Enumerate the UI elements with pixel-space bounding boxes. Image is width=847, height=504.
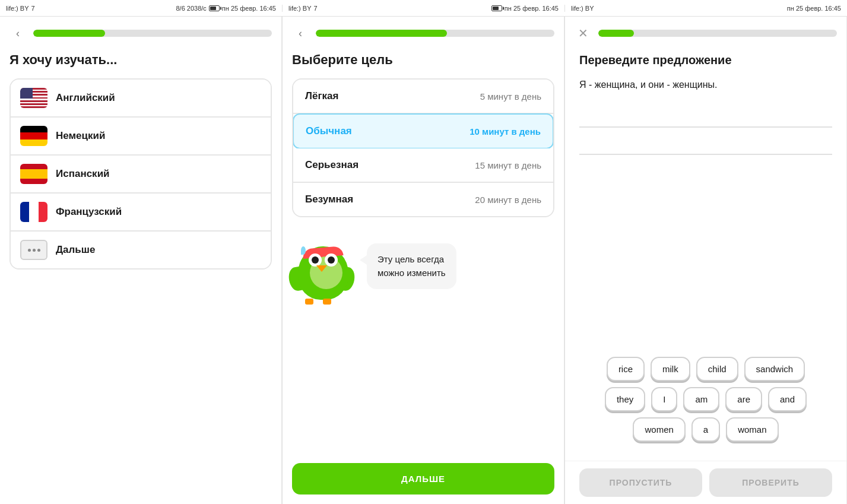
word-chip-are[interactable]: are — [725, 387, 762, 411]
language-name-english: Английский — [56, 92, 115, 104]
speech-bubble: Эту цель всегдаможно изменить — [367, 243, 456, 289]
progress-fill-3 — [598, 30, 634, 37]
status-right-panel: life:) BY пн 25 февр. 16:45 — [565, 5, 847, 12]
app-name-1: life:) BY — [6, 5, 29, 12]
source-sentence: Я - женщина, и они - женщины. — [579, 78, 832, 92]
exercise-title: Переведите предложение — [579, 53, 832, 67]
language-item-more[interactable]: Дальше — [11, 232, 271, 268]
goal-item-normal[interactable]: Обычная 10 минут в день — [293, 113, 554, 149]
goal-time-normal: 10 минут в день — [470, 126, 541, 137]
goal-item-easy[interactable]: Лёгкая 5 минут в день — [293, 80, 553, 114]
goal-list: Лёгкая 5 минут в день Обычная 10 минут в… — [292, 78, 554, 217]
translation-exercise-panel: ✕ Переведите предложение Я - женщина, и … — [565, 17, 847, 504]
time-3: пн 25 февр. 16:45 — [787, 5, 841, 12]
language-name-more: Дальше — [56, 244, 95, 256]
owl-foot-left — [305, 299, 313, 305]
goal-name-serious: Серьезная — [305, 159, 359, 171]
language-panel-title: Я хочу изучать... — [9, 52, 272, 68]
owl-body — [298, 246, 348, 300]
panel3-content: Переведите предложение Я - женщина, и он… — [565, 47, 846, 461]
owl-sweat-drop — [301, 246, 306, 255]
word-chip-a[interactable]: a — [691, 417, 720, 442]
word-chip-and[interactable]: and — [768, 387, 807, 411]
status-app-center: life:) BY 7 — [288, 5, 318, 12]
main-container: ‹ Я хочу изучать... Английский Немецкий … — [0, 17, 847, 504]
status-app-left: life:) BY 7 — [6, 5, 35, 12]
status-left-panel: life:) BY 7 8/6 2038/с пн 25 февр. 16:45 — [0, 5, 283, 12]
goal-item-serious[interactable]: Серьезная 15 минут в день — [293, 148, 553, 183]
word-chip-i[interactable]: I — [651, 387, 677, 411]
language-item-french[interactable]: Французский — [11, 194, 271, 232]
word-row-2: they I am are and — [579, 387, 832, 411]
status-bar: life:) BY 7 8/6 2038/с пн 25 февр. 16:45… — [0, 0, 847, 17]
dot-2 — [33, 249, 36, 252]
goal-name-easy: Лёгкая — [305, 90, 338, 102]
status-time-center: пн 25 февр. 16:45 — [491, 5, 559, 12]
dot-3 — [37, 249, 40, 252]
status-time-right: пн 25 февр. 16:45 — [787, 5, 841, 12]
panel3-header: ✕ — [565, 17, 846, 47]
goal-name-crazy: Безумная — [305, 194, 353, 205]
close-button[interactable]: ✕ — [575, 25, 591, 42]
progress-bar-3 — [598, 30, 837, 37]
word-chip-milk[interactable]: milk — [651, 357, 690, 381]
flag-us — [20, 88, 47, 108]
flag-es — [20, 164, 47, 184]
back-button-2[interactable]: ‹ — [292, 25, 309, 42]
word-chip-rice[interactable]: rice — [607, 357, 645, 381]
flag-fr — [20, 202, 47, 222]
back-button-1[interactable]: ‹ — [9, 25, 26, 42]
progress-fill-1 — [33, 30, 105, 37]
mascot-speech: Эту цель всегдаможно изменить — [377, 254, 446, 278]
check-button[interactable]: ПРОВЕРИТЬ — [709, 468, 832, 497]
language-name-french: Французский — [56, 206, 122, 218]
language-name-german: Немецкий — [56, 130, 105, 142]
owl-foot-right — [323, 299, 331, 305]
answer-line-1[interactable] — [579, 106, 832, 128]
owl-beak — [316, 265, 327, 272]
word-chip-women[interactable]: women — [633, 417, 685, 442]
word-bank: rice milk child sandwich they I am are a… — [579, 357, 832, 451]
time-1: пн 25 февр. 16:45 — [222, 5, 276, 12]
dot-1 — [28, 249, 31, 252]
language-item-spanish[interactable]: Испанский — [11, 156, 271, 194]
progress-bar-2 — [316, 30, 554, 37]
language-item-german[interactable]: Немецкий — [11, 118, 271, 156]
goal-name-normal: Обычная — [306, 125, 352, 137]
battery-icon-2 — [491, 5, 502, 11]
word-row-1: rice milk child sandwich — [579, 357, 832, 381]
word-chip-sandwich[interactable]: sandwich — [744, 357, 805, 381]
flag-more — [20, 240, 47, 260]
owl-feet — [305, 299, 331, 305]
language-item-english[interactable]: Английский — [11, 80, 271, 118]
goal-time-crazy: 20 минут в день — [475, 195, 541, 205]
answer-area — [579, 106, 832, 155]
signal-left: 7 — [31, 5, 35, 12]
time-2: пн 25 февр. 16:45 — [505, 5, 559, 12]
mascot-area: Эту цель всегдаможно изменить — [292, 232, 554, 463]
word-chip-child[interactable]: child — [696, 357, 738, 381]
action-buttons: ПРОПУСТИТЬ ПРОВЕРИТЬ — [565, 461, 846, 504]
answer-line-2[interactable] — [579, 134, 832, 155]
next-button[interactable]: ДАЛЬШЕ — [292, 463, 554, 495]
word-chip-they[interactable]: they — [605, 387, 645, 411]
word-chip-am[interactable]: am — [683, 387, 719, 411]
panel2-header: ‹ — [283, 17, 564, 47]
goal-item-crazy[interactable]: Безумная 20 минут в день — [293, 183, 553, 216]
signal-center: 7 — [314, 5, 318, 12]
more-dots — [21, 241, 46, 259]
word-chip-woman[interactable]: woman — [726, 417, 778, 442]
progress-bar-1 — [33, 30, 272, 37]
language-selection-panel: ‹ Я хочу изучать... Английский Немецкий … — [0, 17, 282, 504]
skip-button[interactable]: ПРОПУСТИТЬ — [579, 468, 702, 497]
panel1-header: ‹ — [0, 17, 281, 47]
goal-time-serious: 15 минут в день — [475, 160, 541, 170]
app-name-3: life:) BY — [571, 5, 594, 12]
goal-selection-panel: ‹ Выберите цель Лёгкая 5 минут в день Об… — [283, 17, 564, 504]
owl-eye-right — [325, 253, 338, 267]
owl-eye-left — [309, 253, 322, 267]
language-name-spanish: Испанский — [56, 168, 110, 180]
app-name-2: life:) BY — [288, 5, 312, 12]
panel1-content: Я хочу изучать... Английский Немецкий Ис… — [0, 47, 281, 504]
battery-icon-1 — [209, 5, 220, 11]
